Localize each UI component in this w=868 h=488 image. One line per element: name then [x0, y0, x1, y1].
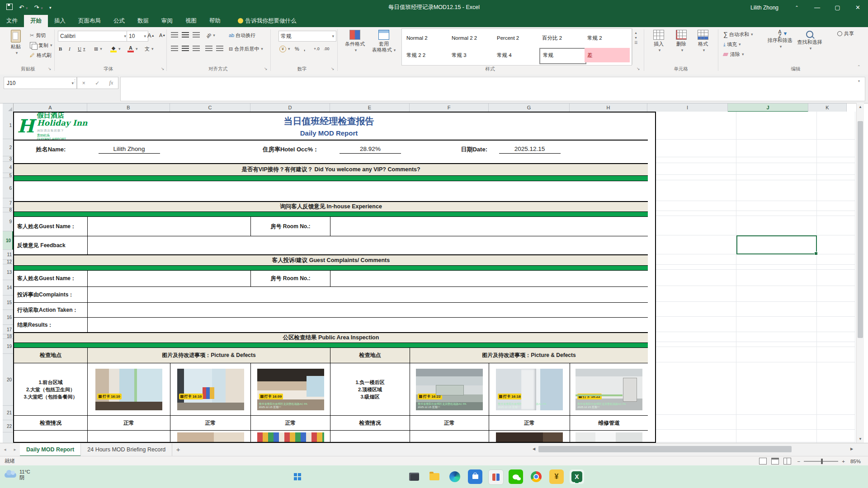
room-no-label[interactable]: 房号 Room No.:: [251, 217, 330, 236]
cell-style-item[interactable]: Percent 2: [494, 31, 539, 45]
feedback-label[interactable]: 反馈意见 Feedback: [14, 236, 88, 255]
zoom-in-icon[interactable]: +: [842, 459, 845, 464]
app-excel-active[interactable]: X: [570, 469, 584, 484]
cell-blank[interactable]: [410, 431, 489, 443]
cut-button[interactable]: ✂剪切: [30, 31, 46, 40]
delete-cells-button[interactable]: 删除▾: [671, 28, 692, 65]
close-button[interactable]: ✕: [848, 0, 868, 15]
situation-value[interactable]: 维修管道: [570, 416, 648, 431]
row-header-10[interactable]: 10: [3, 231, 13, 250]
photo-cell[interactable]: 打卡 16:18 贵州省贵阳市南明区龙洞堡机场路AC PA2025.12.15 …: [489, 363, 570, 416]
fill-color-button[interactable]: ◆▾: [110, 44, 121, 53]
green-band[interactable]: [14, 176, 648, 181]
percent-style-button[interactable]: %: [295, 44, 299, 53]
column-header-E[interactable]: E: [330, 103, 410, 112]
app-taskview[interactable]: [407, 469, 421, 484]
cell-blank[interactable]: [14, 431, 88, 443]
date-label[interactable]: 日期Date:: [410, 141, 489, 158]
photo-cell[interactable]: [489, 431, 570, 443]
column-header-B[interactable]: B: [87, 103, 170, 112]
normal-view-icon[interactable]: [759, 458, 767, 465]
zoom-slider[interactable]: [804, 461, 838, 462]
column-header-D[interactable]: D: [250, 103, 330, 112]
results-input[interactable]: [88, 318, 648, 333]
find-select-button[interactable]: 查找和选择▾: [796, 28, 824, 65]
app-store[interactable]: [468, 469, 482, 484]
autosum-button[interactable]: ∑自动求和▾: [723, 30, 753, 39]
scroll-up-icon[interactable]: ▲: [857, 103, 864, 111]
guest-name-label-2[interactable]: 客人姓名Guest Name：: [14, 271, 88, 287]
row-header-19[interactable]: 19: [3, 339, 13, 354]
cell-style-item[interactable]: 百分比 2: [539, 31, 585, 45]
column-header-J[interactable]: J: [728, 103, 808, 112]
situation-value[interactable]: 正常: [88, 416, 170, 431]
vip-answer-cell[interactable]: [14, 181, 648, 202]
format-cells-button[interactable]: 格式▾: [693, 28, 713, 65]
orientation-button[interactable]: ab▾: [206, 31, 215, 40]
tab-home[interactable]: 开始: [24, 15, 48, 27]
horizontal-scroll-thumb[interactable]: [538, 446, 792, 452]
align-middle-icon[interactable]: [182, 31, 191, 40]
cell-style-item[interactable]: 常规 2 2: [404, 48, 449, 62]
alignment-dialog-launcher[interactable]: ↘: [264, 66, 268, 71]
sheet-tab-daily-mod-report[interactable]: Daily MOD Report: [20, 443, 81, 456]
enter-icon[interactable]: ✓: [95, 80, 99, 86]
decrease-decimal-button[interactable]: .00: [324, 44, 330, 53]
weather-widget[interactable]: 11°C阴: [5, 469, 30, 481]
row-header-7[interactable]: 7: [3, 198, 13, 208]
scroll-down-icon[interactable]: ▼: [857, 435, 864, 443]
situation-value[interactable]: 正常: [410, 416, 489, 431]
name-label[interactable]: 姓名Name:: [14, 141, 88, 158]
photo-cell[interactable]: 打卡 16:09 贵州省贵阳市南明区龙洞堡机场路AC PA2025.12.15 …: [251, 363, 330, 416]
tab-data[interactable]: 数据: [131, 15, 155, 27]
align-center-icon[interactable]: [182, 44, 191, 53]
row-header-11[interactable]: 11: [3, 250, 13, 260]
row-header-6[interactable]: 6: [3, 178, 13, 198]
page-break-view-icon[interactable]: [783, 458, 791, 465]
hotel-logo[interactable]: H 假日酒店 Holiday Inn 洲际酒店集团旗下 贵阳机场GUIYANG …: [14, 113, 88, 141]
scroll-right-icon[interactable]: ▶: [848, 446, 855, 452]
vertical-scrollbar[interactable]: ▲ ▼: [856, 103, 864, 443]
increase-indent-icon[interactable]: [216, 44, 225, 53]
report-title[interactable]: 当日值班经理检查报告 Daily MOD Report: [88, 113, 570, 141]
select-all-corner[interactable]: [3, 103, 14, 112]
inhouse-section-header[interactable]: 询问客人反馈意见 In-house Experience: [14, 202, 648, 212]
room-no-input-2[interactable]: [330, 271, 648, 287]
cancel-icon[interactable]: ×: [82, 80, 85, 86]
photo-cell[interactable]: 打卡 16:10 贵州省贵阳市南明区龙洞堡机场路AC PA2025.12.15 …: [170, 363, 251, 416]
occ-value[interactable]: 28.92%: [330, 141, 410, 158]
increase-font-icon[interactable]: A▲: [147, 31, 155, 40]
guest-name-label[interactable]: 客人姓名Guest Name：: [14, 217, 88, 236]
column-header-G[interactable]: G: [489, 103, 570, 112]
cell-style-item[interactable]: 常规 3: [449, 48, 494, 62]
conditional-formatting-button[interactable]: 条件格式▾: [342, 28, 368, 65]
app-edge[interactable]: [448, 469, 462, 484]
cell-blank[interactable]: [170, 141, 251, 158]
situation-value[interactable]: 正常: [170, 416, 251, 431]
cell-style-item[interactable]: Normal 2 2: [449, 31, 494, 45]
row-header-18[interactable]: 18: [3, 334, 13, 339]
room-no-input[interactable]: [330, 217, 648, 236]
green-band[interactable]: [14, 266, 648, 271]
photo-cell[interactable]: 打卡 16:22 贵州省贵阳市南明区龙洞堡机场路AC PA2025.12.15 …: [410, 363, 489, 416]
row-header-12[interactable]: 12: [3, 260, 13, 264]
start-button[interactable]: [290, 469, 305, 484]
app-wechat[interactable]: [509, 469, 523, 484]
complaints-label[interactable]: 投诉事由Complaints：: [14, 287, 88, 303]
sort-filter-button[interactable]: AZ▼ 排序和筛选▾: [766, 28, 794, 65]
app-chrome[interactable]: [529, 469, 543, 484]
situation-value[interactable]: 正常: [251, 416, 330, 431]
zoom-level[interactable]: 85%: [850, 459, 861, 464]
tab-formulas[interactable]: 公式: [107, 15, 131, 27]
app-notes[interactable]: [488, 469, 504, 485]
paste-button[interactable]: 粘贴▾: [4, 28, 28, 65]
new-sheet-button[interactable]: +: [172, 443, 184, 456]
situation-label-2[interactable]: 检查情况: [330, 416, 410, 431]
bold-button[interactable]: B: [59, 44, 62, 53]
accounting-format-button[interactable]: ¥▾: [279, 44, 290, 53]
sheet-tab-24-hours-mod-briefing-record[interactable]: 24 Hours MOD Briefing Record: [81, 443, 172, 456]
row-header-20[interactable]: 20: [3, 354, 13, 406]
phonetic-guide-button[interactable]: 文▾: [145, 44, 154, 53]
vip-section-header[interactable]: 是否有VIP接待？有何建议？ Did You welcome any VIP? …: [14, 164, 648, 176]
row-header-17[interactable]: 17: [3, 325, 13, 334]
